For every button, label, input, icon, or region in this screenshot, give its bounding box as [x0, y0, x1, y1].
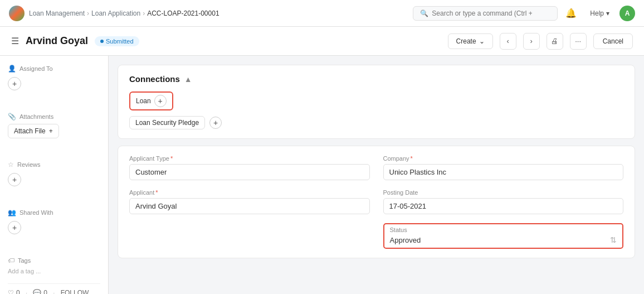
breadcrumb-sep-2: ›	[143, 9, 145, 17]
help-label: Help	[590, 9, 604, 17]
loan-security-add-button[interactable]: +	[209, 117, 222, 129]
reviews-label: ☆ Reviews	[8, 161, 100, 168]
loan-add-button[interactable]: +	[154, 95, 167, 107]
comment-button[interactable]: 💬 0	[33, 289, 47, 295]
attach-file-button[interactable]: Attach File +	[8, 124, 59, 138]
applicant-value[interactable]: Arvind Goyal	[129, 198, 370, 214]
connections-tabs: Loan +	[129, 91, 623, 110]
more-options-button[interactable]: ···	[570, 33, 587, 50]
create-label: Create	[456, 37, 476, 45]
sidebar: 👤 Assigned To + 📎 Attachments Attach Fil…	[0, 56, 109, 294]
search-input[interactable]	[432, 9, 532, 17]
connections-title: Connections	[129, 74, 180, 84]
tag-icon: 🏷	[8, 257, 14, 264]
status-stepper-icon[interactable]: ⇅	[610, 235, 617, 244]
cancel-button[interactable]: Cancel	[593, 33, 633, 49]
sidebar-shared-with: 👥 Shared With +	[8, 209, 100, 234]
status-group: Status Approved ⇅	[383, 223, 624, 249]
required-marker-applicant: *	[155, 189, 158, 196]
status-label: Submitted	[106, 38, 134, 45]
page-title: Arvind Goyal	[26, 35, 88, 47]
applicant-type-group: Applicant Type* Customer	[129, 155, 370, 180]
top-nav: Loan Management › Loan Application › ACC…	[0, 0, 644, 27]
comment-icon: 💬	[33, 289, 41, 295]
breadcrumb-sep-1: ›	[87, 9, 89, 17]
like-button[interactable]: ♡ 0	[8, 289, 20, 295]
applicant-type-label: Applicant Type*	[129, 155, 370, 162]
breadcrumb-loan-application[interactable]: Loan Application	[91, 9, 140, 17]
dot-separator: ·	[26, 288, 28, 294]
assigned-to-label: 👤 Assigned To	[8, 65, 100, 73]
main-content: Connections ▲ Loan + Loan Security Pledg…	[109, 56, 644, 294]
loan-security-label: Loan Security Pledge	[135, 119, 199, 127]
attach-plus-icon: +	[49, 127, 53, 135]
form-grid: Applicant Type* Customer Company* Unico …	[129, 155, 623, 249]
next-nav-button[interactable]: ›	[523, 33, 540, 50]
breadcrumb: Loan Management › Loan Application › ACC…	[29, 9, 219, 17]
add-assigned-to-button[interactable]: +	[8, 77, 21, 90]
add-tag-input[interactable]: Add a tag ...	[8, 268, 100, 274]
status-select-value[interactable]: Approved ⇅	[384, 233, 623, 248]
comments-count: 0	[43, 289, 47, 295]
add-review-button[interactable]: +	[8, 173, 21, 186]
dot-separator-2: ·	[53, 288, 55, 294]
collapse-icon[interactable]: ▲	[184, 75, 192, 84]
shared-with-label: 👥 Shared With	[8, 209, 100, 216]
sidebar-attachments: 📎 Attachments Attach File +	[8, 113, 100, 138]
status-dot	[100, 40, 104, 43]
help-chevron-icon: ▾	[606, 9, 609, 17]
search-icon: 🔍	[420, 9, 428, 17]
add-shared-with-button[interactable]: +	[8, 221, 21, 234]
prev-nav-button[interactable]: ‹	[500, 33, 516, 50]
main-layout: 👤 Assigned To + 📎 Attachments Attach Fil…	[0, 56, 644, 294]
page-header: ☰ Arvind Goyal Submitted Create ⌄ ‹ › 🖨 …	[0, 27, 644, 56]
loan-security-tab[interactable]: Loan Security Pledge	[129, 116, 205, 129]
form-card: Applicant Type* Customer Company* Unico …	[118, 146, 635, 258]
create-button[interactable]: Create ⌄	[448, 33, 493, 49]
sidebar-reviews: ☆ Reviews +	[8, 161, 100, 186]
star-icon: ☆	[8, 161, 14, 168]
applicant-type-value[interactable]: Customer	[129, 164, 370, 180]
app-logo[interactable]	[9, 6, 25, 21]
connections-header: Connections ▲	[129, 74, 623, 84]
help-button[interactable]: Help ▾	[584, 7, 615, 20]
connections-card: Connections ▲ Loan + Loan Security Pledg…	[118, 65, 635, 139]
company-label: Company*	[383, 155, 624, 162]
search-bar[interactable]: 🔍	[413, 6, 558, 21]
company-value[interactable]: Unico Plastics Inc	[383, 164, 624, 180]
breadcrumb-loan-management[interactable]: Loan Management	[29, 9, 85, 17]
attachments-label: 📎 Attachments	[8, 113, 100, 121]
required-marker: *	[170, 155, 173, 162]
loan-tab-label: Loan	[136, 97, 151, 105]
group-icon: 👥	[8, 209, 16, 216]
loan-tab[interactable]: Loan +	[129, 91, 173, 110]
create-chevron-icon: ⌄	[479, 37, 485, 45]
user-avatar[interactable]: A	[619, 6, 635, 21]
posting-date-group: Posting Date 17-05-2021	[383, 189, 624, 214]
print-button[interactable]: 🖨	[547, 33, 563, 50]
follow-button[interactable]: FOLLOW	[61, 289, 89, 295]
required-marker-company: *	[411, 155, 413, 162]
applicant-group: Applicant* Arvind Goyal	[129, 189, 370, 214]
breadcrumb-current: ACC-LOAP-2021-00001	[147, 9, 219, 17]
applicant-label: Applicant*	[129, 189, 370, 196]
company-group: Company* Unico Plastics Inc	[383, 155, 624, 180]
likes-count: 0	[16, 289, 20, 295]
menu-icon[interactable]: ☰	[11, 36, 19, 46]
tags-label: 🏷 Tags	[8, 257, 100, 264]
attachment-icon: 📎	[8, 113, 16, 121]
status-badge: Submitted	[95, 36, 139, 46]
attach-file-label: Attach File	[14, 127, 46, 135]
notification-icon[interactable]: 🔔	[562, 4, 580, 22]
posting-date-label: Posting Date	[383, 189, 624, 196]
sidebar-assigned-to: 👤 Assigned To +	[8, 65, 100, 90]
status-select-wrapper[interactable]: Status Approved ⇅	[383, 223, 624, 249]
status-select-label: Status	[384, 224, 623, 233]
person-icon: 👤	[8, 65, 16, 73]
heart-icon: ♡	[8, 289, 14, 295]
posting-date-value[interactable]: 17-05-2021	[383, 198, 624, 214]
connections-row2: Loan Security Pledge +	[129, 116, 623, 129]
sidebar-tags: 🏷 Tags Add a tag ...	[8, 257, 100, 274]
